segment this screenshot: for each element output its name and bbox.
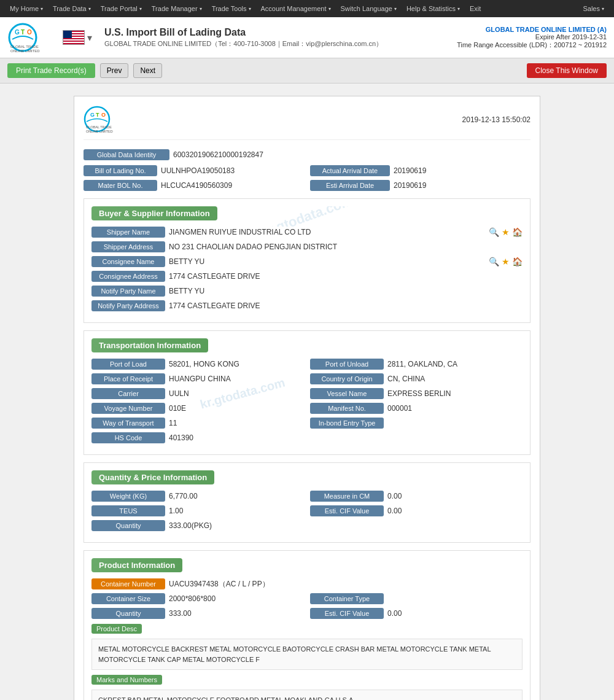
nav-switch-language[interactable]: Switch Language ▾ — [336, 5, 402, 12]
consignee-star-icon[interactable]: ★ — [502, 257, 510, 266]
product-quantity-value: 333.00 — [169, 609, 304, 618]
nav-sales[interactable]: Sales ▾ — [578, 5, 609, 12]
svg-text:O: O — [27, 29, 32, 36]
nav-help-statistics[interactable]: Help & Statistics ▾ — [402, 5, 465, 12]
expire-date: Expire After 2019-12-31 — [457, 33, 607, 41]
container-type-label: Container Type — [310, 593, 384, 604]
mater-bol-value: HLCUCA4190560309 — [161, 181, 304, 190]
consignee-address-label: Consignee Address — [91, 271, 165, 282]
header-subtitle: GLOBAL TRADE ONLINE LIMITED（Tel：400-710-… — [104, 39, 457, 49]
product-desc-area: Product Desc METAL MOTORCYCLE BACKREST M… — [91, 624, 523, 670]
way-transport-value: 11 — [169, 419, 304, 427]
header-title-area: U.S. Import Bill of Lading Data GLOBAL T… — [98, 27, 457, 49]
global-data-identity-value: 6003201906210000192847 — [173, 150, 263, 159]
marks-numbers-value: CKREST BAR METAL MOTORCYCLE FOOTBOARD ME… — [91, 690, 523, 700]
product-information-title: Product Information — [91, 558, 182, 572]
notify-party-name-label: Notify Party Name — [91, 286, 165, 297]
port-load-label: Port of Load — [91, 359, 165, 370]
measure-cm-value: 0.00 — [387, 492, 523, 500]
us-flag — [63, 30, 85, 45]
global-data-identity-row: Global Data Identity 6003201906210000192… — [84, 149, 530, 160]
carrier-vessel-row: Carrier UULN Vessel Name EXPRESS BERLIN … — [91, 388, 523, 399]
mater-bol-label: Mater BOL No. — [84, 180, 157, 191]
doc-logo: G T O GLOBAL TRADE ONLINE LIMITED — [84, 106, 163, 133]
shipper-address-row: Shipper Address NO 231 CHAOLIAN DADAO PE… — [91, 241, 523, 252]
company-name: GLOBAL TRADE ONLINE LIMITED (A) — [457, 26, 607, 33]
actual-arrival-label: Actual Arrival Date — [310, 165, 390, 176]
consignee-name-row: Consignee Name BETTY YU 🔍 ★ 🏠 — [91, 256, 523, 267]
document-card: G T O GLOBAL TRADE ONLINE LIMITED 2019-1… — [74, 96, 540, 700]
place-receipt-value: HUANGPU CHINA — [169, 375, 304, 383]
container-number-value: UACU3947438（AC / L / PP） — [169, 579, 523, 589]
marks-numbers-label: Marks and Numbers — [91, 675, 162, 685]
product-qty-cif-row: Quantity 333.00 Esti. CIF Value 0.00 — [91, 608, 523, 619]
nav-trade-portal[interactable]: Trade Portal ▾ — [96, 5, 147, 12]
nav-trade-manager[interactable]: Trade Manager ▾ — [147, 5, 207, 12]
svg-text:T: T — [96, 112, 99, 118]
nav-trade-tools[interactable]: Trade Tools ▾ — [207, 5, 256, 12]
port-unload-value: 2811, OAKLAND, CA — [387, 360, 523, 368]
doc-datetime: 2019-12-13 15:50:02 — [462, 115, 530, 124]
product-information-section: Product Information Container Number UAC… — [84, 550, 530, 700]
esti-arrival-label: Esti Arrival Date — [310, 180, 390, 191]
nav-trade-data[interactable]: Trade Data ▾ — [48, 5, 96, 12]
transportation-section: Transportation Information Port of Load … — [84, 330, 530, 455]
bol-no-label: Bill of Lading No. — [84, 165, 157, 176]
way-transport-label: Way of Transport — [91, 418, 165, 429]
logo-area: G T O GLOBAL TRADE ONLINE LIMITED — [7, 22, 56, 53]
hs-code-value: 401390 — [169, 434, 523, 442]
product-desc-label: Product Desc — [91, 624, 142, 634]
shipper-name-value: JIANGMEN RUIYUE INDUSTRIAL CO LTD — [169, 228, 485, 236]
svg-text:T: T — [21, 29, 25, 36]
bol-no-pair: Bill of Lading No. UULNHPOA19050183 — [84, 165, 304, 176]
print-button-top[interactable]: Print Trade Record(s) — [7, 63, 95, 78]
nav-exit[interactable]: Exit — [465, 5, 486, 12]
ldr-range: Time Range Accessible (LDR)：200712 ~ 201… — [457, 41, 607, 50]
search-icon[interactable]: 🔍 — [489, 227, 499, 237]
measure-cm-label: Measure in CM — [310, 491, 384, 502]
nav-account-management[interactable]: Account Management ▾ — [256, 5, 336, 12]
voyage-number-label: Voyage Number — [91, 403, 165, 414]
port-unload-label: Port of Unload — [310, 359, 384, 370]
next-button-top[interactable]: Next — [133, 63, 162, 78]
consignee-name-value: BETTY YU — [169, 257, 485, 266]
notify-party-address-label: Notify Party Address — [91, 300, 165, 311]
svg-text:O: O — [101, 112, 106, 118]
page-title: U.S. Import Bill of Lading Data — [104, 27, 457, 38]
voyage-number-value: 010E — [169, 404, 304, 413]
transportation-title: Transportation Information — [91, 338, 208, 352]
buyer-supplier-title: Buyer & Supplier Information — [91, 206, 217, 220]
close-button-top[interactable]: Close This Window — [527, 63, 607, 78]
quantity-price-title: Quantity & Price Information — [91, 470, 214, 484]
actual-arrival-pair: Actual Arrival Date 20190619 — [310, 165, 530, 176]
home-icon[interactable]: 🏠 — [512, 227, 523, 237]
flag-area: ▾ — [56, 30, 98, 45]
shipper-icons: 🔍 ★ 🏠 — [489, 227, 523, 237]
hs-code-label: HS Code — [91, 432, 165, 443]
voyage-manifest-row: Voyage Number 010E Manifest No. 000001 — [91, 403, 523, 414]
svg-text:GLOBAL TRADE: GLOBAL TRADE — [10, 45, 39, 49]
teus-value: 1.00 — [169, 507, 304, 515]
consignee-home-icon[interactable]: 🏠 — [512, 257, 523, 266]
container-number-label: Container Number — [91, 578, 165, 589]
ports-row: Port of Load 58201, HONG KONG Port of Un… — [91, 359, 523, 370]
manifest-no-value: 000001 — [387, 404, 523, 413]
svg-text:G: G — [15, 29, 20, 36]
container-size-value: 2000*806*800 — [169, 594, 304, 603]
marks-numbers-area: Marks and Numbers CKREST BAR METAL MOTOR… — [91, 675, 523, 700]
gto-logo: G T O GLOBAL TRADE ONLINE LIMITED — [7, 22, 56, 53]
esti-arrival-pair: Esti Arrival Date 20190619 — [310, 180, 530, 191]
nav-my-home[interactable]: My Home ▾ — [5, 5, 48, 12]
global-data-identity-label: Global Data Identity — [84, 149, 169, 160]
vessel-name-value: EXPRESS BERLIN — [387, 389, 523, 398]
country-origin-value: CN, CHINA — [387, 375, 523, 383]
container-size-label: Container Size — [91, 593, 165, 604]
bol-no-value: UULNHPOA19050183 — [161, 166, 304, 175]
consignee-name-label: Consignee Name — [91, 256, 165, 267]
consignee-search-icon[interactable]: 🔍 — [489, 257, 499, 266]
prev-button-top[interactable]: Prev — [100, 63, 129, 78]
notify-party-address-value: 1774 CASTLEGATE DRIVE — [169, 301, 523, 310]
quantity-label: Quantity — [91, 520, 165, 531]
transport-inbond-row: Way of Transport 11 In-bond Entry Type — [91, 418, 523, 429]
star-icon[interactable]: ★ — [502, 227, 510, 237]
